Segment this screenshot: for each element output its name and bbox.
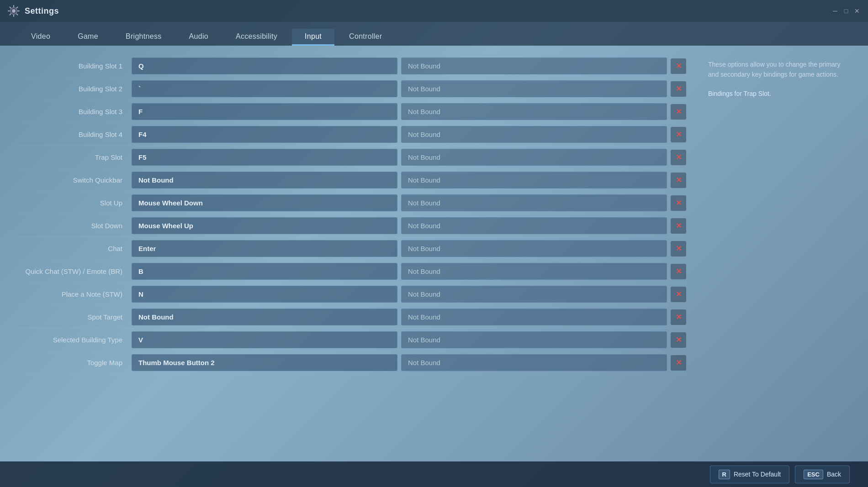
info-panel: These options allow you to change the pr… — [704, 55, 850, 452]
nav-tab-brightness[interactable]: Brightness — [113, 29, 175, 46]
binding-primary[interactable]: Mouse Wheel Up — [132, 217, 397, 234]
binding-row: Spot TargetNot BoundNot Bound✕ — [18, 306, 686, 329]
binding-label: Spot Target — [18, 313, 128, 321]
nav-tab-video[interactable]: Video — [18, 29, 63, 46]
binding-row: Place a Note (STW)NNot Bound✕ — [18, 283, 686, 306]
clear-binding-button[interactable]: ✕ — [671, 127, 686, 142]
binding-row: Slot DownMouse Wheel UpNot Bound✕ — [18, 215, 686, 237]
binding-row: Building Slot 1QNot Bound✕ — [18, 55, 686, 78]
nav-tab-accessibility[interactable]: Accessibility — [223, 29, 290, 46]
binding-primary[interactable]: Not Bound — [132, 309, 397, 325]
clear-binding-button[interactable]: ✕ — [671, 195, 686, 211]
info-description: These options allow you to change the pr… — [708, 59, 850, 80]
nav-tab-audio[interactable]: Audio — [176, 29, 221, 46]
info-binding-info: Bindings for Trap Slot. — [708, 89, 850, 99]
window-title: Settings — [25, 6, 59, 16]
binding-secondary[interactable]: Not Bound — [401, 149, 667, 166]
back-button[interactable]: ESC Back — [795, 466, 850, 483]
settings-window: Settings ─ □ ✕ VideoGameBrightnessAudioA… — [0, 0, 868, 487]
binding-label: Place a Note (STW) — [18, 290, 128, 298]
binding-label: Selected Building Type — [18, 336, 128, 344]
nav-bar: VideoGameBrightnessAudioAccessibilityInp… — [0, 22, 868, 46]
binding-row: Trap SlotF5Not Bound✕ — [18, 146, 686, 169]
clear-binding-button[interactable]: ✕ — [671, 104, 686, 120]
back-key: ESC — [804, 470, 823, 479]
binding-label: Building Slot 1 — [18, 62, 128, 70]
maximize-button[interactable]: □ — [842, 7, 850, 15]
binding-label: Chat — [18, 245, 128, 252]
binding-secondary[interactable]: Not Bound — [401, 58, 667, 74]
binding-secondary[interactable]: Not Bound — [401, 80, 667, 97]
title-bar: Settings ─ □ ✕ — [0, 0, 868, 22]
binding-row: Switch QuickbarNot BoundNot Bound✕ — [18, 169, 686, 192]
binding-secondary[interactable]: Not Bound — [401, 103, 667, 120]
binding-secondary[interactable]: Not Bound — [401, 172, 667, 189]
binding-primary[interactable]: Q — [132, 58, 397, 74]
binding-secondary[interactable]: Not Bound — [401, 217, 667, 234]
binding-label: Slot Down — [18, 222, 128, 230]
binding-row: Slot UpMouse Wheel DownNot Bound✕ — [18, 192, 686, 215]
binding-label: Building Slot 2 — [18, 85, 128, 93]
reset-key: R — [719, 470, 730, 479]
binding-row: Selected Building TypeVNot Bound✕ — [18, 329, 686, 351]
binding-label: Toggle Map — [18, 359, 128, 367]
binding-row: ChatEnterNot Bound✕ — [18, 237, 686, 260]
binding-secondary[interactable]: Not Bound — [401, 263, 667, 280]
clear-binding-button[interactable]: ✕ — [671, 218, 686, 234]
back-label: Back — [827, 471, 841, 478]
title-bar-left: Settings — [7, 5, 831, 17]
binding-primary[interactable]: Not Bound — [132, 172, 397, 189]
binding-label: Building Slot 4 — [18, 131, 128, 138]
clear-binding-button[interactable]: ✕ — [671, 287, 686, 302]
window-controls: ─ □ ✕ — [831, 7, 861, 15]
binding-row: Building Slot 4F4Not Bound✕ — [18, 123, 686, 146]
bottom-bar: R Reset To Default ESC Back — [0, 461, 868, 487]
clear-binding-button[interactable]: ✕ — [671, 150, 686, 165]
minimize-button[interactable]: ─ — [831, 7, 839, 15]
binding-primary[interactable]: F5 — [132, 149, 397, 166]
clear-binding-button[interactable]: ✕ — [671, 309, 686, 325]
binding-secondary[interactable]: Not Bound — [401, 286, 667, 303]
binding-primary[interactable]: ` — [132, 80, 397, 97]
reset-to-default-button[interactable]: R Reset To Default — [710, 466, 790, 483]
binding-secondary[interactable]: Not Bound — [401, 309, 667, 325]
svg-point-0 — [12, 9, 16, 13]
binding-label: Switch Quickbar — [18, 176, 128, 184]
binding-primary[interactable]: F — [132, 103, 397, 120]
binding-primary[interactable]: N — [132, 286, 397, 303]
binding-primary[interactable]: V — [132, 331, 397, 348]
binding-secondary[interactable]: Not Bound — [401, 354, 667, 371]
binding-primary[interactable]: F4 — [132, 126, 397, 143]
clear-binding-button[interactable]: ✕ — [671, 332, 686, 348]
settings-gear-icon — [7, 5, 20, 17]
bindings-section: Building Slot 1QNot Bound✕Building Slot … — [18, 55, 690, 452]
binding-label: Trap Slot — [18, 153, 128, 161]
clear-binding-button[interactable]: ✕ — [671, 355, 686, 371]
nav-tab-controller[interactable]: Controller — [336, 29, 395, 46]
binding-row: Quick Chat (STW) / Emote (BR)BNot Bound✕ — [18, 260, 686, 283]
binding-primary[interactable]: Mouse Wheel Down — [132, 194, 397, 211]
binding-label: Quick Chat (STW) / Emote (BR) — [18, 267, 128, 275]
binding-secondary[interactable]: Not Bound — [401, 331, 667, 348]
close-button[interactable]: ✕ — [853, 7, 861, 15]
binding-label: Building Slot 3 — [18, 108, 128, 115]
nav-tab-input[interactable]: Input — [292, 29, 334, 46]
nav-tab-game[interactable]: Game — [65, 29, 111, 46]
clear-binding-button[interactable]: ✕ — [671, 173, 686, 188]
binding-row: Toggle MapThumb Mouse Button 2Not Bound✕ — [18, 351, 686, 374]
binding-primary[interactable]: Enter — [132, 240, 397, 257]
clear-binding-button[interactable]: ✕ — [671, 58, 686, 74]
binding-secondary[interactable]: Not Bound — [401, 126, 667, 143]
clear-binding-button[interactable]: ✕ — [671, 241, 686, 257]
main-content: Building Slot 1QNot Bound✕Building Slot … — [0, 46, 868, 461]
binding-label: Slot Up — [18, 199, 128, 207]
binding-row: Building Slot 3FNot Bound✕ — [18, 100, 686, 123]
reset-label: Reset To Default — [734, 471, 781, 478]
binding-primary[interactable]: Thumb Mouse Button 2 — [132, 354, 397, 371]
clear-binding-button[interactable]: ✕ — [671, 81, 686, 97]
binding-primary[interactable]: B — [132, 263, 397, 280]
clear-binding-button[interactable]: ✕ — [671, 264, 686, 279]
binding-row: Building Slot 2`Not Bound✕ — [18, 78, 686, 100]
binding-secondary[interactable]: Not Bound — [401, 240, 667, 257]
binding-secondary[interactable]: Not Bound — [401, 194, 667, 211]
